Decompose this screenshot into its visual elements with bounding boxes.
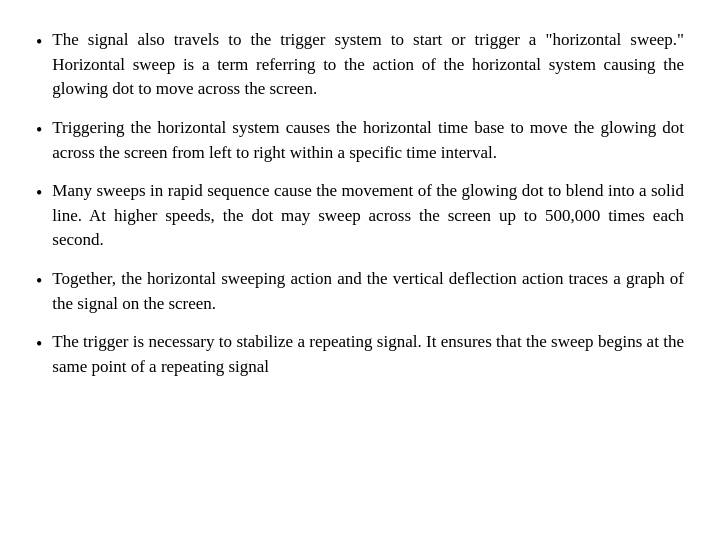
content-area: •The signal also travels to the trigger … [0,0,720,408]
list-item: •Together, the horizontal sweeping actio… [36,267,684,316]
bullet-list: •The signal also travels to the trigger … [36,28,684,380]
bullet-icon: • [36,117,42,143]
list-item: •Many sweeps in rapid sequence cause the… [36,179,684,253]
list-item: •The trigger is necessary to stabilize a… [36,330,684,379]
bullet-icon: • [36,180,42,206]
list-item-text: Many sweeps in rapid sequence cause the … [52,179,684,253]
list-item-text: Together, the horizontal sweeping action… [52,267,684,316]
bullet-icon: • [36,29,42,55]
list-item: •The signal also travels to the trigger … [36,28,684,102]
bullet-icon: • [36,331,42,357]
bullet-icon: • [36,268,42,294]
list-item: •Triggering the horizontal system causes… [36,116,684,165]
list-item-text: The signal also travels to the trigger s… [52,28,684,102]
list-item-text: The trigger is necessary to stabilize a … [52,330,684,379]
list-item-text: Triggering the horizontal system causes … [52,116,684,165]
